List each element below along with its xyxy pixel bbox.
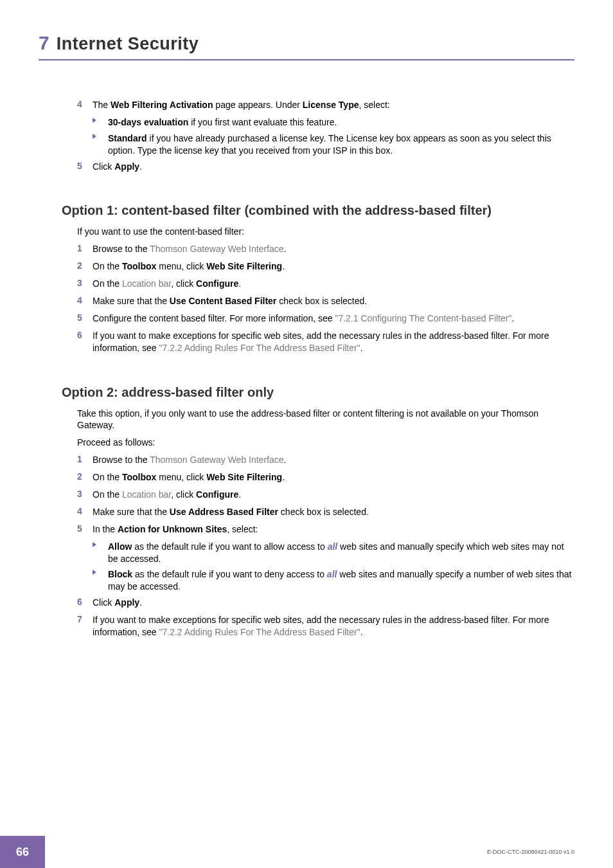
page-footer: 66 E-DOC-CTC-20080421-0010 v1.0 [0, 836, 613, 868]
step-number: 5 [77, 523, 93, 536]
step-number: 1 [77, 454, 93, 466]
list-item: 2On the Toolbox menu, click Web Site Fil… [77, 260, 574, 273]
step-text: The Web Filtering Activation page appear… [93, 99, 390, 111]
cross-reference-link[interactable]: Thomson Gateway Web Interface [150, 244, 283, 254]
list-item: 3On the Location bar, click Configure. [77, 278, 574, 290]
bullet-item: 30-days evaluation if you first want eva… [93, 116, 574, 129]
list-item: 5Configure the content based filter. For… [77, 312, 574, 325]
list-item: 2On the Toolbox menu, click Web Site Fil… [77, 471, 574, 484]
step-text: On the Toolbox menu, click Web Site Filt… [93, 260, 285, 273]
step-text: If you want to make exceptions for speci… [93, 330, 574, 354]
list-item: 7If you want to make exceptions for spec… [77, 614, 574, 638]
step-number: 7 [77, 614, 93, 638]
chapter-header: 7 Internet Security [39, 32, 574, 60]
step-number: 4 [77, 99, 93, 111]
list-item: 4Make sure that the Use Content Based Fi… [77, 295, 574, 307]
step-text: On the Toolbox menu, click Web Site Filt… [93, 471, 285, 484]
step-number: 6 [77, 597, 93, 609]
step-number: 6 [77, 330, 93, 354]
step-text: On the Location bar, click Configure. [93, 278, 241, 290]
step-4: 4 The Web Filtering Activation page appe… [77, 99, 574, 111]
step-number: 5 [77, 312, 93, 325]
cross-reference-link[interactable]: "7.2.2 Adding Rules For The Address Base… [159, 627, 360, 637]
chapter-title: Internet Security [57, 34, 199, 53]
option1-heading: Option 1: content-based filter (combined… [62, 203, 574, 218]
document-id: E-DOC-CTC-20080421-0010 v1.0 [487, 849, 574, 855]
triangle-icon [93, 541, 108, 565]
step-text: Configure the content based filter. For … [93, 312, 514, 325]
step-text: Make sure that the Use Content Based Fil… [93, 295, 367, 307]
option2-intro1: Take this option, if you only want to us… [77, 408, 574, 432]
step-text: Make sure that the Use Address Based Fil… [93, 506, 369, 518]
cross-reference-link[interactable]: Thomson Gateway Web Interface [150, 455, 283, 465]
option1-intro: If you want to use the content-based fil… [77, 226, 574, 238]
cross-reference-link[interactable]: Location bar [122, 278, 171, 289]
step-text: Browse to the Thomson Gateway Web Interf… [93, 454, 286, 466]
bullet-item: Allow as the default rule if you want to… [93, 541, 574, 565]
step-number: 3 [77, 278, 93, 290]
step-number: 3 [77, 489, 93, 501]
list-item: 3On the Location bar, click Configure. [77, 489, 574, 501]
step-text: Click Apply. [93, 161, 142, 173]
option2-intro2: Proceed as follows: [77, 437, 574, 449]
bullet-item: Block as the default rule if you want to… [93, 568, 574, 593]
triangle-icon [93, 568, 108, 593]
list-item: 4Make sure that the Use Address Based Fi… [77, 506, 574, 518]
svg-marker-2 [93, 542, 96, 547]
bullet-item: Standard if you have already purchased a… [93, 132, 574, 157]
step-number: 1 [77, 243, 93, 255]
step-5: 5 Click Apply. [77, 161, 574, 173]
step-number: 5 [77, 161, 93, 173]
svg-marker-0 [93, 118, 96, 123]
step-number: 2 [77, 471, 93, 484]
cross-reference-link[interactable]: "7.2.1 Configuring The Content-based Fil… [335, 313, 511, 323]
svg-marker-1 [93, 134, 96, 139]
triangle-icon [93, 116, 108, 129]
step-number: 4 [77, 506, 93, 518]
step-text: If you want to make exceptions for speci… [93, 614, 574, 638]
list-item: 1Browse to the Thomson Gateway Web Inter… [77, 243, 574, 255]
list-item: 6If you want to make exceptions for spec… [77, 330, 574, 354]
chapter-number: 7 [39, 32, 49, 53]
cross-reference-link[interactable]: Location bar [122, 489, 171, 500]
cross-reference-link[interactable]: "7.2.2 Adding Rules For The Address Base… [159, 343, 360, 353]
page-number: 66 [0, 836, 45, 868]
svg-marker-3 [93, 570, 96, 575]
list-item: 6Click Apply. [77, 597, 574, 609]
step-text: In the Action for Unknown Sites, select: [93, 523, 258, 536]
step-text: Click Apply. [93, 597, 142, 609]
triangle-icon [93, 132, 108, 157]
step-text: Browse to the Thomson Gateway Web Interf… [93, 243, 286, 255]
step-text: On the Location bar, click Configure. [93, 489, 241, 501]
list-item: 1Browse to the Thomson Gateway Web Inter… [77, 454, 574, 466]
option2-heading: Option 2: address-based filter only [62, 385, 574, 400]
list-item: 5In the Action for Unknown Sites, select… [77, 523, 574, 536]
step-number: 4 [77, 295, 93, 307]
step-number: 2 [77, 260, 93, 273]
